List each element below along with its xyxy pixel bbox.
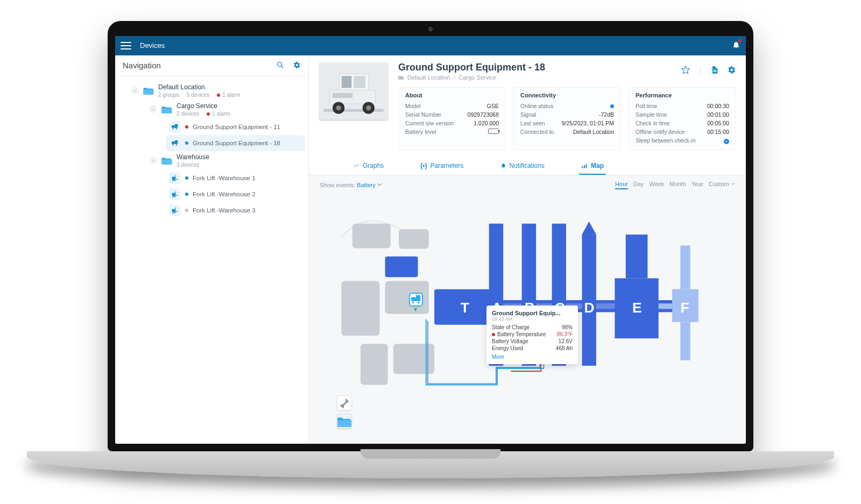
- svg-rect-2: [172, 125, 175, 128]
- svg-rect-11: [175, 175, 175, 180]
- time-range-picker: Hour Day Week Month Year Custom: [615, 181, 735, 189]
- tooltip-time: 10:43 AM: [492, 316, 573, 322]
- svg-rect-57: [626, 235, 648, 278]
- tree-folder-warehouse[interactable]: – Warehouse 3 devices: [146, 151, 305, 170]
- svg-rect-39: [582, 166, 583, 168]
- svg-rect-15: [172, 193, 175, 196]
- forklift-icon: [169, 188, 181, 200]
- search-icon[interactable]: [276, 61, 285, 69]
- svg-point-13: [172, 180, 173, 181]
- svg-point-19: [174, 196, 175, 197]
- range-month[interactable]: Month: [669, 181, 686, 189]
- check-icon: ✓: [724, 139, 729, 144]
- status-dot-online: [185, 141, 188, 145]
- tree-device-label: Fork Lift -Warehouse 2: [193, 191, 256, 197]
- app-header: Devices: [115, 36, 746, 55]
- tree-device-forklift-2[interactable]: Fork Lift -Warehouse 2: [166, 186, 305, 202]
- svg-text:E: E: [632, 300, 642, 316]
- svg-rect-6: [172, 141, 175, 144]
- gse-vehicle-icon: [169, 137, 181, 149]
- tab-graphs[interactable]: Graphs: [351, 158, 386, 175]
- about-card: About ModelGSE Serial Number0929723068 C…: [398, 87, 506, 150]
- collapse-icon[interactable]: –: [131, 87, 139, 94]
- svg-text:T: T: [461, 300, 469, 316]
- range-year[interactable]: Year: [691, 181, 703, 189]
- folder-icon: [161, 156, 172, 165]
- svg-rect-74: [416, 295, 420, 301]
- navigation-sidebar: Navigation –: [115, 55, 309, 444]
- map-tooltip: Ground Support Equip... 10:43 AM State o…: [486, 306, 578, 364]
- tree-node-label: Default Location: [158, 83, 241, 91]
- svg-rect-65: [659, 303, 672, 309]
- svg-text:D: D: [584, 300, 595, 316]
- svg-point-9: [176, 144, 177, 145]
- svg-rect-29: [354, 76, 365, 88]
- svg-point-18: [172, 196, 173, 197]
- range-day[interactable]: Day: [633, 181, 644, 189]
- svg-rect-28: [342, 76, 352, 88]
- tab-notifications[interactable]: Notifications: [498, 158, 547, 175]
- svg-rect-73: [411, 297, 416, 301]
- detail-tabs: Graphs (•)Parameters Notifications: [319, 158, 736, 175]
- svg-point-5: [176, 128, 177, 129]
- show-events-filter[interactable]: Show events: Battery: [320, 182, 382, 188]
- svg-rect-43: [399, 229, 429, 249]
- gse-vehicle-icon: [169, 121, 181, 133]
- status-dot-alarm: [185, 125, 188, 129]
- status-dot-online: [185, 176, 188, 180]
- svg-point-33: [336, 105, 341, 110]
- chevron-down-icon: [377, 182, 382, 187]
- svg-point-8: [172, 144, 173, 145]
- svg-point-76: [418, 301, 420, 303]
- content-panel: Ground Support Equipment - 18 Default Lo…: [309, 55, 746, 444]
- svg-rect-41: [585, 164, 587, 168]
- tree-folder-default-location[interactable]: – Default Location 2 groups 5 devices 1 …: [128, 81, 305, 100]
- svg-rect-59: [680, 245, 690, 289]
- tooltip-more-link[interactable]: More: [492, 354, 573, 360]
- svg-rect-48: [385, 256, 418, 277]
- svg-rect-38: [716, 70, 716, 72]
- range-week[interactable]: Week: [649, 181, 664, 189]
- status-dot-offline: [185, 209, 188, 212]
- tree-device-forklift-3[interactable]: Fork Lift -Warehouse 3: [166, 202, 305, 218]
- page-title: Devices: [140, 41, 165, 49]
- svg-rect-26: [323, 109, 383, 112]
- tooltip-title: Ground Support Equip...: [492, 310, 573, 316]
- tree-folder-cargo-service[interactable]: – Cargo Service 2 devices 1 alarm: [146, 100, 305, 119]
- favorite-star-icon[interactable]: [681, 65, 690, 77]
- range-hour[interactable]: Hour: [615, 181, 628, 189]
- tree-device-label: Fork Lift -Warehouse 3: [193, 207, 256, 214]
- report-icon[interactable]: [710, 66, 719, 76]
- svg-rect-17: [175, 195, 178, 195]
- svg-point-0: [278, 62, 282, 67]
- forklift-icon: [169, 204, 181, 216]
- sidebar-title: Navigation: [123, 61, 161, 70]
- notifications-bell-icon[interactable]: [732, 40, 740, 51]
- svg-rect-44: [341, 281, 379, 336]
- layers-button[interactable]: [337, 414, 352, 429]
- device-map-marker[interactable]: [409, 293, 423, 307]
- collapse-icon[interactable]: –: [150, 105, 157, 113]
- menu-icon[interactable]: [121, 42, 131, 49]
- svg-rect-12: [175, 179, 178, 179]
- tab-map[interactable]: Map: [579, 158, 606, 175]
- tab-parameters[interactable]: (•)Parameters: [418, 158, 465, 175]
- svg-rect-22: [175, 211, 178, 211]
- svg-rect-40: [584, 165, 585, 168]
- settings-icon[interactable]: [292, 61, 301, 69]
- svg-rect-3: [175, 124, 178, 127]
- tree-device-gse-11[interactable]: Ground Support Equipment - 11: [166, 119, 305, 135]
- tree-device-gse-18[interactable]: Ground Support Equipment - 18: [166, 135, 305, 151]
- battery-icon: [488, 129, 499, 134]
- collapse-icon[interactable]: –: [150, 157, 157, 164]
- floor-map[interactable]: T A B C D E F: [330, 198, 735, 435]
- device-settings-icon[interactable]: [726, 65, 736, 77]
- tree-node-label: Cargo Service: [177, 102, 230, 110]
- breadcrumb: Default Location › Cargo Service: [398, 74, 545, 81]
- status-dot-online: [185, 193, 188, 196]
- range-custom[interactable]: Custom: [709, 181, 735, 189]
- pin-button[interactable]: [337, 395, 352, 410]
- tree-node-label: Warehouse: [177, 153, 209, 161]
- tree-device-forklift-1[interactable]: Fork Lift -Warehouse 1: [166, 170, 305, 186]
- svg-rect-46: [361, 344, 388, 385]
